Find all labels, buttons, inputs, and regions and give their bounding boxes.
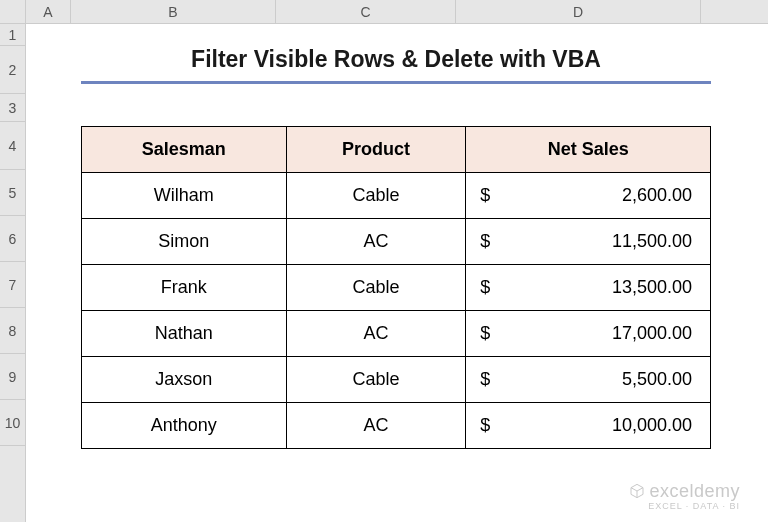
cell-salesman[interactable]: Frank: [82, 265, 287, 311]
amount: 10,000.00: [612, 415, 692, 436]
col-header-a[interactable]: A: [26, 0, 71, 23]
page-title: Filter Visible Rows & Delete with VBA: [81, 46, 711, 84]
col-header-b[interactable]: B: [71, 0, 276, 23]
currency-symbol: $: [480, 231, 490, 252]
header-product[interactable]: Product: [286, 127, 466, 173]
header-netsales[interactable]: Net Sales: [466, 127, 711, 173]
column-headers: ABCD: [26, 0, 768, 24]
currency-symbol: $: [480, 323, 490, 344]
amount: 5,500.00: [622, 369, 692, 390]
cell-salesman[interactable]: Jaxson: [82, 357, 287, 403]
cell-netsales[interactable]: $5,500.00: [466, 357, 711, 403]
amount: 13,500.00: [612, 277, 692, 298]
cell-netsales[interactable]: $10,000.00: [466, 403, 711, 449]
row-header-4[interactable]: 4: [0, 122, 25, 170]
cell-product[interactable]: AC: [286, 311, 466, 357]
cube-icon: [629, 483, 645, 504]
grid-area[interactable]: Filter Visible Rows & Delete with VBA Sa…: [26, 24, 768, 522]
table-row: SimonAC$11,500.00: [82, 219, 711, 265]
row-header-1[interactable]: 1: [0, 24, 25, 46]
spreadsheet: ABCD 12345678910 Filter Visible Rows & D…: [0, 0, 768, 522]
select-all-corner[interactable]: [0, 0, 26, 24]
cell-salesman[interactable]: Nathan: [82, 311, 287, 357]
table-row: WilhamCable$2,600.00: [82, 173, 711, 219]
cell-salesman[interactable]: Anthony: [82, 403, 287, 449]
row-header-2[interactable]: 2: [0, 46, 25, 94]
cell-netsales[interactable]: $13,500.00: [466, 265, 711, 311]
table-row: FrankCable$13,500.00: [82, 265, 711, 311]
cell-netsales[interactable]: $11,500.00: [466, 219, 711, 265]
col-header-c[interactable]: C: [276, 0, 456, 23]
row-header-3[interactable]: 3: [0, 94, 25, 122]
cell-netsales[interactable]: $2,600.00: [466, 173, 711, 219]
header-salesman[interactable]: Salesman: [82, 127, 287, 173]
cell-product[interactable]: AC: [286, 403, 466, 449]
cell-netsales[interactable]: $17,000.00: [466, 311, 711, 357]
table-header-row: Salesman Product Net Sales: [82, 127, 711, 173]
cell-product[interactable]: AC: [286, 219, 466, 265]
cell-product[interactable]: Cable: [286, 265, 466, 311]
data-table: Salesman Product Net Sales WilhamCable$2…: [81, 126, 711, 449]
table-row: JaxsonCable$5,500.00: [82, 357, 711, 403]
amount: 2,600.00: [622, 185, 692, 206]
cell-product[interactable]: Cable: [286, 357, 466, 403]
cell-salesman[interactable]: Simon: [82, 219, 287, 265]
row-header-5[interactable]: 5: [0, 170, 25, 216]
cell-product[interactable]: Cable: [286, 173, 466, 219]
row-headers: 12345678910: [0, 24, 26, 522]
row-header-6[interactable]: 6: [0, 216, 25, 262]
amount: 11,500.00: [612, 231, 692, 252]
table-row: NathanAC$17,000.00: [82, 311, 711, 357]
currency-symbol: $: [480, 277, 490, 298]
currency-symbol: $: [480, 185, 490, 206]
watermark-tag: EXCEL · DATA · BI: [629, 502, 740, 512]
amount: 17,000.00: [612, 323, 692, 344]
row-header-10[interactable]: 10: [0, 400, 25, 446]
col-header-d[interactable]: D: [456, 0, 701, 23]
watermark-name: exceldemy: [649, 481, 740, 501]
currency-symbol: $: [480, 415, 490, 436]
row-header-8[interactable]: 8: [0, 308, 25, 354]
cell-salesman[interactable]: Wilham: [82, 173, 287, 219]
currency-symbol: $: [480, 369, 490, 390]
watermark: exceldemy EXCEL · DATA · BI: [629, 481, 740, 512]
row-header-7[interactable]: 7: [0, 262, 25, 308]
row-header-9[interactable]: 9: [0, 354, 25, 400]
table-row: AnthonyAC$10,000.00: [82, 403, 711, 449]
